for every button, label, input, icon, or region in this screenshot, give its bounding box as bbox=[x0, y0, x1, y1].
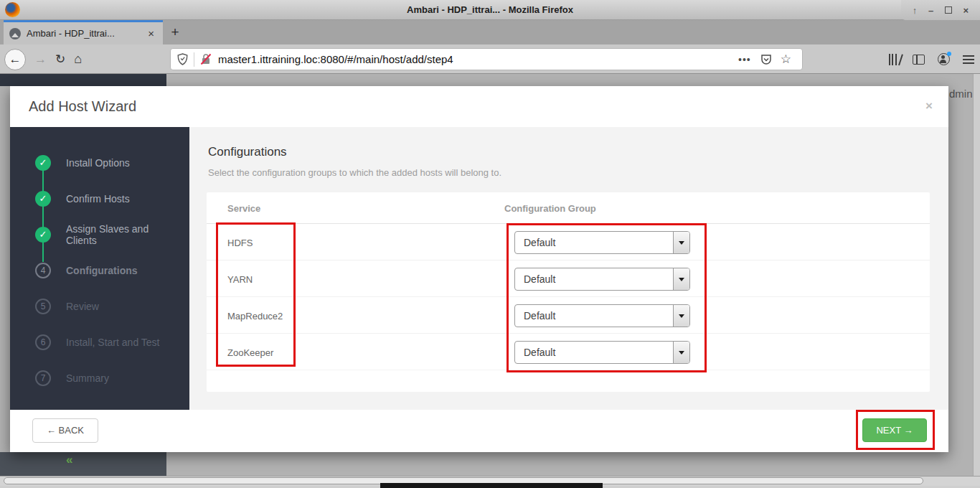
modal-title: Add Host Wizard bbox=[29, 98, 136, 115]
account-icon[interactable] bbox=[938, 53, 950, 65]
tab-bar: Ambari - HDP_ittrai... × + bbox=[0, 20, 980, 44]
new-tab-button[interactable]: + bbox=[166, 23, 184, 42]
step-check-icon: ✓ bbox=[35, 227, 51, 243]
pocket-icon[interactable] bbox=[760, 54, 772, 65]
back-button[interactable]: ← bbox=[4, 49, 26, 70]
wizard-step-summary: 7 Summary bbox=[10, 360, 189, 396]
bookmark-star-icon[interactable]: ☆ bbox=[781, 52, 791, 67]
forward-button[interactable]: → bbox=[34, 52, 47, 67]
sidebar-collapse-icon[interactable]: « bbox=[66, 453, 72, 467]
step-number: 6 bbox=[35, 334, 51, 350]
wizard-step-configurations: 4 Configurations bbox=[10, 253, 189, 288]
url-text[interactable]: master1.ittraining.loc:8080/#/main/host/… bbox=[218, 53, 733, 65]
modal-close-icon[interactable]: × bbox=[925, 99, 933, 113]
step-number: 5 bbox=[35, 299, 51, 314]
window-controls: ↑ – × bbox=[901, 0, 980, 20]
ambari-favicon bbox=[9, 28, 21, 39]
shade-window-icon[interactable]: ↑ bbox=[913, 6, 918, 15]
add-host-wizard-modal: Add Host Wizard × ✓ Install Options ✓ Co… bbox=[10, 86, 948, 452]
window-titlebar: Ambari - HDP_ittrai... - Mozilla Firefox… bbox=[0, 0, 980, 20]
screen: Ambari - HDP_ittrai... - Mozilla Firefox… bbox=[0, 0, 980, 488]
step-label: Install, Start and Test bbox=[66, 337, 181, 348]
step-label: Summary bbox=[66, 372, 181, 384]
step-number: 7 bbox=[35, 370, 51, 386]
wizard-step-review: 5 Review bbox=[10, 288, 189, 324]
library-icon[interactable] bbox=[889, 54, 900, 65]
annotation-box-services bbox=[216, 222, 296, 367]
vertical-scrollbar[interactable] bbox=[973, 74, 980, 476]
annotation-box-next-button bbox=[856, 410, 935, 450]
minimize-window-icon[interactable]: – bbox=[928, 6, 933, 15]
browser-tab-ambari[interactable]: Ambari - HDP_ittrai... × bbox=[4, 20, 163, 44]
wizard-step-confirm-hosts: ✓ Confirm Hosts bbox=[10, 181, 189, 217]
modal-header: Add Host Wizard × bbox=[10, 86, 948, 127]
menu-icon[interactable] bbox=[963, 55, 974, 64]
tab-title: Ambari - HDP_ittrai... bbox=[27, 28, 145, 39]
tab-close-icon[interactable]: × bbox=[145, 27, 157, 39]
wizard-step-nav: ✓ Install Options ✓ Confirm Hosts ✓ Assi… bbox=[10, 127, 189, 410]
wizard-step-assign-slaves: ✓ Assign Slaves and Clients bbox=[10, 217, 189, 253]
column-header-configuration-group: Configuration Group bbox=[504, 203, 596, 214]
step-check-icon: ✓ bbox=[35, 155, 51, 171]
modal-footer bbox=[10, 410, 948, 452]
restore-window-icon[interactable] bbox=[945, 6, 952, 14]
nav-buttons: ← → ↻ ⌂ bbox=[4, 44, 82, 74]
sidebars-icon[interactable] bbox=[913, 55, 925, 65]
app-sidebar-bottom-sliver bbox=[0, 452, 166, 476]
page-description: Select the configuration groups to which… bbox=[208, 167, 501, 178]
sync-notification-dot bbox=[947, 52, 951, 56]
wizard-step-install-options: ✓ Install Options bbox=[10, 145, 189, 181]
modal-body: ✓ Install Options ✓ Confirm Hosts ✓ Assi… bbox=[10, 127, 948, 410]
page-actions-icon[interactable]: ••• bbox=[738, 54, 751, 65]
navigation-toolbar: ← → ↻ ⌂ master1.ittraining.loc:8080/#/ma… bbox=[0, 44, 980, 74]
window-title: Ambari - HDP_ittrai... - Mozilla Firefox bbox=[0, 0, 980, 20]
admin-menu-partial-text: dmin bbox=[949, 88, 973, 100]
step-number: 4 bbox=[35, 263, 51, 278]
insecure-lock-icon[interactable] bbox=[200, 53, 212, 65]
toolbar-right-icons bbox=[889, 44, 975, 74]
step-label: Confirm Hosts bbox=[66, 193, 181, 205]
close-window-icon[interactable]: × bbox=[963, 6, 969, 15]
wizard-step-install-start-test: 6 Install, Start and Test bbox=[10, 324, 189, 360]
step-label: Review bbox=[66, 301, 181, 312]
column-header-service: Service bbox=[227, 203, 260, 214]
page-title: Configurations bbox=[208, 145, 287, 159]
step-label: Install Options bbox=[66, 157, 181, 169]
step-label: Configurations bbox=[66, 265, 181, 276]
app-sidebar-top-sliver bbox=[0, 74, 166, 86]
urlbar-divider bbox=[194, 52, 194, 67]
reload-button[interactable]: ↻ bbox=[55, 52, 65, 67]
home-button[interactable]: ⌂ bbox=[74, 52, 82, 67]
tracking-shield-icon[interactable] bbox=[177, 53, 188, 65]
annotation-box-config-groups bbox=[507, 223, 707, 372]
back-wizard-button[interactable]: ← BACK bbox=[32, 418, 98, 443]
step-label: Assign Slaves and Clients bbox=[66, 223, 181, 246]
step-check-icon: ✓ bbox=[35, 191, 51, 207]
table-header-row: Service Configuration Group bbox=[207, 192, 930, 224]
hidden-dock-bar bbox=[380, 483, 603, 488]
url-bar[interactable]: master1.ittraining.loc:8080/#/main/host/… bbox=[170, 48, 803, 70]
